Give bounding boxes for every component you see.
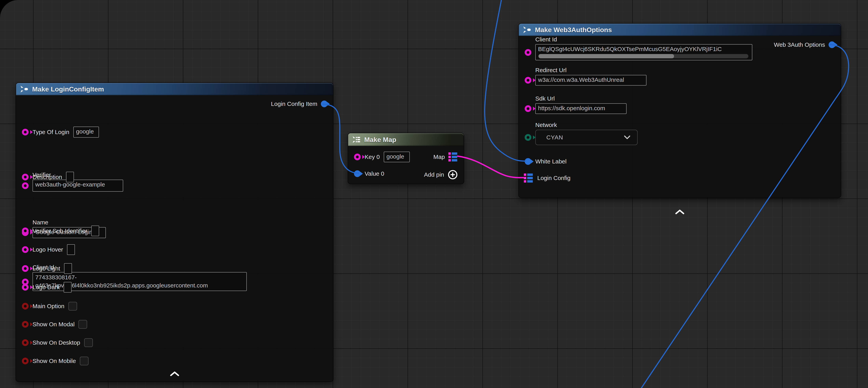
white-label-label: White Label (535, 158, 566, 165)
value-0-pin[interactable] (354, 170, 361, 177)
node-make-web3authoptions[interactable]: Make Web3AuthOptions Web 3Auth Options C… (518, 23, 841, 198)
node-header[interactable]: Make LoginConfigItem (16, 83, 333, 95)
redirect-url-input[interactable]: w3a://com.w3a.Web3AuthUnreal (535, 75, 647, 86)
map-output-label: Map (433, 153, 445, 160)
show-on-desktop-pin[interactable] (22, 339, 29, 346)
client-id-pin[interactable] (525, 49, 531, 56)
value-0-label: Value 0 (365, 170, 384, 177)
make-struct-icon (523, 25, 531, 34)
network-label: Network (535, 121, 638, 128)
key-0-pin[interactable] (354, 154, 361, 160)
sdk-url-label: Sdk Url (535, 95, 626, 102)
wire-map-to-login-config (458, 156, 524, 178)
key-0-label: Key 0 (365, 153, 380, 160)
client-id-hscrollbar[interactable] (538, 54, 749, 58)
login-config-label: Login Config (537, 175, 570, 182)
type-of-login-pin[interactable] (22, 129, 29, 136)
logo-dark-input[interactable] (64, 282, 71, 293)
node-header[interactable]: Make Map (348, 133, 464, 146)
show-on-desktop-checkbox[interactable] (84, 338, 93, 347)
description-label: Description (33, 174, 62, 181)
network-selected-value: CYAN (546, 134, 563, 141)
output-pin-label: Login Config Item (271, 100, 317, 108)
web3auth-options-output-pin[interactable] (829, 41, 835, 48)
client-id-text: BEglQSgt4cUWcj6SKRdu5QkOXTsePmMcusG5EAoy… (538, 46, 722, 52)
show-on-mobile-label: Show On Mobile (33, 357, 76, 364)
logo-light-label: Logo Light (33, 265, 60, 272)
node-title: Make Web3AuthOptions (535, 26, 612, 34)
sdk-url-input[interactable]: https://sdk.openlogin.com (535, 103, 626, 114)
chevron-down-icon (624, 135, 630, 140)
collapse-node-button[interactable] (170, 371, 179, 376)
name-label: Name (33, 219, 106, 226)
show-on-mobile-checkbox[interactable] (80, 357, 89, 365)
show-on-modal-label: Show On Modal (33, 321, 74, 328)
map-output-pin[interactable] (448, 152, 458, 161)
verifier-pin[interactable] (22, 182, 29, 189)
verifier-sub-identifier-label: Verifier Sub Identifier (33, 227, 87, 234)
node-make-loginconfigitem[interactable]: Make LoginConfigItem Login Config Item V… (16, 83, 334, 382)
blueprint-editor: { "canvas": { "background_color": "#2929… (0, 0, 868, 388)
logo-light-pin[interactable] (22, 265, 29, 272)
node-make-map[interactable]: Make Map Key 0 google Map Value 0 Add pi… (348, 133, 464, 184)
main-option-pin[interactable] (22, 303, 29, 309)
make-struct-icon (20, 85, 29, 93)
login-config-pin[interactable] (524, 174, 533, 183)
show-on-modal-pin[interactable] (22, 321, 29, 328)
logo-light-input[interactable] (64, 263, 72, 274)
logo-dark-label: Logo Dark (33, 284, 60, 291)
show-on-mobile-pin[interactable] (22, 358, 29, 364)
logo-dark-pin[interactable] (22, 284, 29, 291)
client-id-label: Client Id (535, 36, 752, 43)
logo-hover-pin[interactable] (22, 246, 29, 253)
node-title: Make Map (364, 136, 396, 144)
logo-hover-label: Logo Hover (33, 246, 63, 253)
network-pin[interactable] (525, 134, 531, 141)
white-label-pin[interactable] (525, 158, 531, 165)
verifier-sub-identifier-input[interactable] (91, 226, 99, 236)
add-pin-label: Add pin (424, 171, 444, 178)
node-title: Make LoginConfigItem (32, 85, 104, 93)
logo-hover-input[interactable] (67, 244, 75, 255)
description-pin[interactable] (22, 174, 29, 180)
redirect-url-label: Redirect Url (535, 67, 647, 74)
add-pin-button[interactable] (447, 170, 458, 180)
verifier-sub-identifier-pin[interactable] (22, 228, 29, 234)
sdk-url-pin[interactable] (525, 105, 531, 112)
login-config-item-output-pin[interactable] (321, 100, 328, 107)
key-0-input[interactable]: google (384, 152, 410, 162)
scrollbar-thumb[interactable] (538, 54, 674, 58)
node-header[interactable]: Make Web3AuthOptions (519, 24, 841, 36)
show-on-desktop-label: Show On Desktop (33, 339, 80, 346)
client-id-input[interactable]: BEglQSgt4cUWcj6SKRdu5QkOXTsePmMcusG5EAoy… (535, 44, 752, 60)
main-option-label: Main Option (33, 303, 64, 310)
collapse-node-button[interactable] (675, 209, 684, 214)
type-of-login-label: Type Of Login (33, 128, 69, 136)
output-pin-label: Web 3Auth Options (774, 41, 825, 48)
main-option-checkbox[interactable] (68, 302, 77, 310)
make-map-icon (352, 135, 361, 144)
redirect-url-pin[interactable] (525, 77, 531, 84)
type-of-login-input[interactable]: google (73, 126, 99, 138)
show-on-modal-checkbox[interactable] (79, 320, 87, 329)
description-input[interactable] (66, 172, 74, 182)
network-dropdown[interactable]: CYAN (535, 130, 638, 145)
graph-canvas[interactable]: Make LoginConfigItem Login Config Item V… (0, 0, 868, 388)
